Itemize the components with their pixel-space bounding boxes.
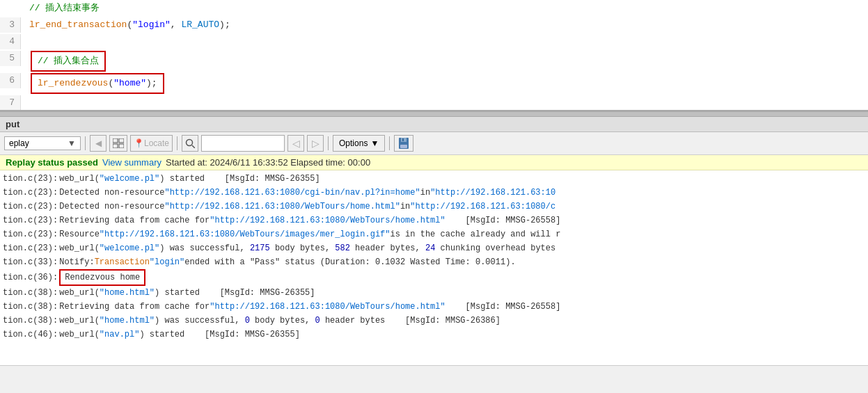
line-number: 5 xyxy=(0,51,21,66)
replay-dropdown[interactable]: eplay ▼ xyxy=(4,136,81,150)
toolbar-grid-button[interactable] xyxy=(109,135,127,152)
log-line: tion.c(38): web_url("home.html") started… xyxy=(0,286,868,300)
rendezvous-box: Rendezvous home xyxy=(59,269,145,286)
log-link: "login" xyxy=(150,255,184,269)
function-name: lr_end_transaction xyxy=(29,19,127,30)
line-number: 3 xyxy=(0,17,21,33)
log-line: tion.c(23): Detected non-resource "http:… xyxy=(0,186,868,200)
grid-icon xyxy=(113,138,124,148)
svg-rect-2 xyxy=(113,144,118,148)
code-line-6: 6 lr_rendezvous("home"); xyxy=(0,72,868,95)
log-link: "http://192.168.121.63:10 xyxy=(430,186,555,200)
log-text: in xyxy=(400,200,410,214)
log-text: web_url( xyxy=(59,241,100,255)
toolbar-separator-3 xyxy=(328,136,329,150)
log-link: "http://192.168.121.63:1080/WebTours/hom… xyxy=(210,214,445,227)
log-link: "welcome.pl" xyxy=(100,241,159,255)
log-line: tion.c(23): Detected non-resource "http:… xyxy=(0,200,868,214)
highlighted-code-block: lr_rendezvous("home"); xyxy=(31,73,164,94)
status-info-text: Started at: 2024/6/11 16:33:52 Elapsed t… xyxy=(166,157,370,168)
svg-point-4 xyxy=(187,140,193,146)
code-normal: ); xyxy=(219,19,230,30)
replay-dropdown-label: eplay xyxy=(9,138,29,148)
locate-icon: 📍 xyxy=(134,138,144,148)
log-link: "welcome.pl" xyxy=(100,172,159,186)
log-text: Retrieving data from cache for xyxy=(59,214,210,227)
panel-divider xyxy=(0,111,868,117)
log-text: ended with a "Pass" status (Duration: 0.… xyxy=(184,255,515,269)
log-text: ) was successful, 0 body bytes, 0 header… xyxy=(155,314,500,328)
log-area: tion.c(23): web_url("welcome.pl") starte… xyxy=(0,170,868,365)
nav-prev-icon: ◁ xyxy=(292,138,300,149)
output-title-text: put xyxy=(6,119,19,129)
code-line-1: // 插入结束事务 xyxy=(0,0,868,17)
log-prefix: tion.c(23): xyxy=(3,214,58,227)
code-editor: // 插入结束事务 3 lr_end_transaction("login", … xyxy=(0,0,868,111)
log-text: ) started [MsgId: MMSG-26355] xyxy=(159,172,319,186)
log-text: web_url( xyxy=(59,314,100,328)
log-link: "http://192.168.121.63:1080/WebTours/hom… xyxy=(164,200,400,214)
log-text: Resource xyxy=(59,227,100,241)
options-arrow-icon: ▼ xyxy=(370,138,379,148)
svg-rect-8 xyxy=(400,145,407,148)
search-button[interactable] xyxy=(182,135,198,152)
string-literal: "login" xyxy=(132,19,171,30)
status-bar: Replay status passed View summary Starte… xyxy=(0,155,868,170)
search-input[interactable] xyxy=(201,135,285,152)
code-normal: , xyxy=(171,19,182,30)
log-link: "http://192.168.121.63:1080/cgi-bin/nav.… xyxy=(164,186,420,200)
log-prefix: tion.c(38): xyxy=(3,286,58,300)
log-text: web_url( xyxy=(59,328,100,342)
options-button[interactable]: Options ▼ xyxy=(333,135,385,152)
line-number: 6 xyxy=(0,73,21,88)
log-link: "home.html" xyxy=(100,286,155,300)
save-icon xyxy=(397,137,410,150)
log-line: tion.c(23): Retrieving data from cache f… xyxy=(0,214,868,227)
toolbar-locate-button[interactable]: 📍 Locate xyxy=(130,135,173,152)
log-link: "home.html" xyxy=(100,314,155,328)
view-summary-link[interactable]: View summary xyxy=(102,157,161,168)
save-button[interactable] xyxy=(394,135,413,152)
toolbar-back-button[interactable]: ◀ xyxy=(90,135,106,152)
output-panel: put eplay ▼ ◀ 📍 Locate xyxy=(0,117,868,366)
log-link: "http://192.168.121.63:1080/c xyxy=(410,200,555,214)
toolbar-separator-4 xyxy=(389,136,390,150)
log-text: Detected non-resource xyxy=(59,186,164,200)
line-number: 4 xyxy=(0,34,21,49)
code-line-5: 5 // 插入集合点 xyxy=(0,50,868,72)
log-text: in xyxy=(420,186,430,200)
svg-rect-1 xyxy=(119,138,124,143)
log-prefix: tion.c(38): xyxy=(3,314,58,328)
log-link: "http://192.168.121.63:1080/WebTours/ima… xyxy=(100,227,390,241)
nav-next-button[interactable]: ▷ xyxy=(307,135,324,152)
code-line-3: 3 lr_end_transaction("login", LR_AUTO); xyxy=(0,17,868,33)
nav-prev-button[interactable]: ◁ xyxy=(287,135,304,152)
log-line: tion.c(46): web_url("nav.pl") started [M… xyxy=(0,328,868,342)
nav-next-icon: ▷ xyxy=(312,138,319,149)
output-title-bar: put xyxy=(0,117,868,132)
log-text: web_url( xyxy=(59,172,100,186)
code-normal: ); xyxy=(146,78,157,88)
comment-text: // 插入结束事务 xyxy=(29,3,100,13)
toolbar-separator-2 xyxy=(177,136,177,150)
transaction-label: Transaction xyxy=(95,255,150,269)
log-link: "http://192.168.121.63:1080/WebTours/hom… xyxy=(210,300,445,314)
log-prefix: tion.c(23): xyxy=(3,186,58,200)
log-line: tion.c(38): web_url("home.html") was suc… xyxy=(0,314,868,328)
svg-rect-0 xyxy=(113,138,118,143)
log-text: Notify: xyxy=(59,255,94,269)
log-line: tion.c(38): Retrieving data from cache f… xyxy=(0,300,868,314)
search-icon xyxy=(185,138,195,148)
dropdown-arrow-icon: ▼ xyxy=(68,138,76,148)
log-prefix: tion.c(36): xyxy=(3,271,58,284)
log-text: [MsgId: MMSG-26558] xyxy=(445,300,561,314)
svg-line-5 xyxy=(192,145,195,148)
svg-rect-9 xyxy=(402,138,404,141)
keyword-token: LR_AUTO xyxy=(181,19,219,30)
log-prefix: tion.c(38): xyxy=(3,300,58,314)
log-line: tion.c(23): web_url("welcome.pl") starte… xyxy=(0,172,868,186)
log-line: tion.c(23): Resource "http://192.168.121… xyxy=(0,227,868,241)
log-prefix: tion.c(46): xyxy=(3,328,58,342)
status-passed-label: Replay status passed xyxy=(6,157,98,168)
log-text: web_url( xyxy=(59,286,100,300)
